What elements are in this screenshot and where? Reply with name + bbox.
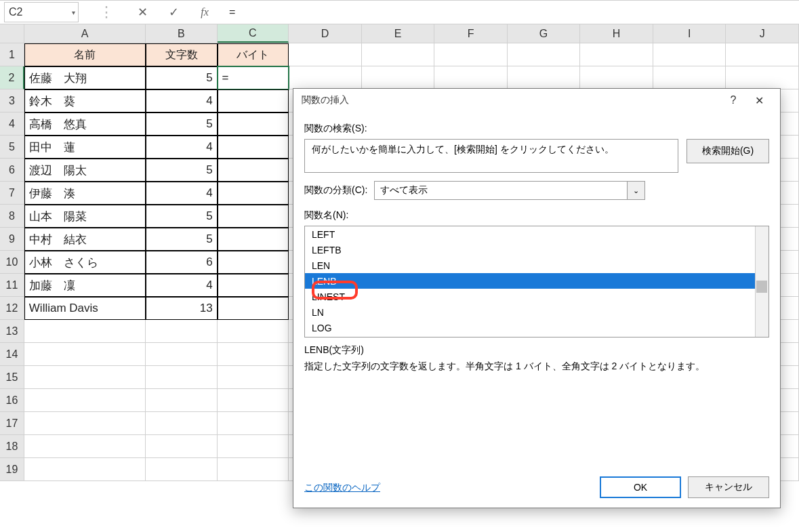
bytes-cell[interactable]: [218, 205, 289, 228]
row-header[interactable]: 14: [0, 343, 24, 366]
count-cell[interactable]: 5: [146, 205, 218, 228]
function-item[interactable]: LN: [305, 304, 769, 320]
column-header-H[interactable]: H: [580, 24, 653, 43]
function-item[interactable]: LEN: [305, 258, 769, 273]
cell[interactable]: [24, 412, 146, 435]
bytes-cell[interactable]: [218, 297, 289, 320]
cell[interactable]: [218, 343, 289, 366]
cell[interactable]: [289, 43, 362, 66]
row-header[interactable]: 18: [0, 435, 24, 458]
cell[interactable]: [146, 366, 218, 389]
name-cell[interactable]: William Davis: [24, 297, 146, 320]
cell[interactable]: [362, 66, 435, 89]
cell[interactable]: [726, 43, 799, 66]
chevron-down-icon[interactable]: ⌄: [627, 182, 644, 199]
cancel-button[interactable]: キャンセル: [688, 476, 769, 498]
row-header[interactable]: 5: [0, 136, 24, 159]
accept-formula-icon[interactable]: ✓: [161, 2, 186, 22]
name-cell[interactable]: 中村 結衣: [24, 228, 146, 251]
row-header[interactable]: 8: [0, 205, 24, 228]
cell[interactable]: [24, 366, 146, 389]
function-help-link[interactable]: この関数のヘルプ: [304, 482, 380, 494]
cell[interactable]: [146, 435, 218, 458]
cell[interactable]: [580, 43, 653, 66]
name-cell[interactable]: 伊藤 湊: [24, 182, 146, 205]
name-cell[interactable]: 佐藤 大翔: [24, 66, 146, 89]
row-header[interactable]: 13: [0, 320, 24, 343]
header-cell[interactable]: バイト: [218, 43, 289, 66]
row-header[interactable]: 15: [0, 366, 24, 389]
bytes-cell[interactable]: [218, 274, 289, 297]
cancel-formula-icon[interactable]: ✕: [130, 2, 155, 22]
cell[interactable]: [24, 343, 146, 366]
row-header[interactable]: 3: [0, 89, 24, 112]
row-header[interactable]: 19: [0, 458, 24, 481]
name-cell[interactable]: 高橋 悠真: [24, 112, 146, 136]
row-header[interactable]: 6: [0, 159, 24, 182]
cell[interactable]: [726, 66, 799, 89]
row-header[interactable]: 12: [0, 297, 24, 320]
formula-input[interactable]: =: [229, 6, 799, 18]
count-cell[interactable]: 5: [146, 228, 218, 251]
row-header[interactable]: 17: [0, 412, 24, 435]
name-cell[interactable]: 渡辺 陽太: [24, 159, 146, 182]
count-cell[interactable]: 5: [146, 112, 218, 136]
function-item[interactable]: LEFT: [305, 226, 769, 242]
function-item[interactable]: LEFTB: [305, 242, 769, 258]
function-item[interactable]: LINEST: [305, 289, 769, 304]
cell[interactable]: [24, 458, 146, 481]
cell[interactable]: [434, 43, 508, 66]
row-header[interactable]: 11: [0, 274, 24, 297]
name-cell[interactable]: 加藤 凜: [24, 274, 146, 297]
cell[interactable]: [218, 435, 289, 458]
bytes-cell[interactable]: [218, 159, 289, 182]
cell[interactable]: [218, 320, 289, 343]
count-cell[interactable]: 4: [146, 136, 218, 159]
column-header-A[interactable]: A: [24, 24, 146, 43]
close-icon[interactable]: ✕: [746, 91, 772, 110]
scrollbar-thumb[interactable]: [756, 281, 767, 293]
name-cell[interactable]: 小林 さくら: [24, 251, 146, 274]
name-cell[interactable]: 田中 蓮: [24, 136, 146, 159]
count-cell[interactable]: 6: [146, 251, 218, 274]
cell[interactable]: [218, 366, 289, 389]
search-go-button[interactable]: 検索開始(G): [687, 139, 769, 163]
fx-icon[interactable]: fx: [192, 2, 217, 22]
count-cell[interactable]: 5: [146, 66, 218, 89]
function-item[interactable]: LOG: [305, 320, 769, 335]
bytes-cell[interactable]: [218, 136, 289, 159]
name-cell[interactable]: 鈴木 葵: [24, 89, 146, 112]
cell[interactable]: [146, 389, 218, 412]
header-cell[interactable]: 名前: [24, 43, 146, 66]
bytes-cell[interactable]: [218, 228, 289, 251]
cell[interactable]: [24, 389, 146, 412]
cell[interactable]: [146, 412, 218, 435]
column-header-C[interactable]: C: [218, 24, 289, 43]
cell[interactable]: [218, 389, 289, 412]
row-header[interactable]: 4: [0, 112, 24, 136]
cell[interactable]: [146, 458, 218, 481]
count-cell[interactable]: 5: [146, 159, 218, 182]
cell[interactable]: [146, 320, 218, 343]
cell[interactable]: [434, 66, 508, 89]
cell[interactable]: [653, 66, 726, 89]
function-listbox[interactable]: LEFTLEFTBLENLENBLINESTLNLOG: [304, 226, 769, 337]
row-header[interactable]: 16: [0, 389, 24, 412]
help-icon[interactable]: ?: [720, 91, 746, 110]
cell[interactable]: [146, 343, 218, 366]
bytes-cell[interactable]: [218, 112, 289, 136]
bytes-cell[interactable]: [218, 182, 289, 205]
name-cell[interactable]: 山本 陽菜: [24, 205, 146, 228]
cell[interactable]: [362, 43, 435, 66]
column-header-J[interactable]: J: [726, 24, 799, 43]
cell[interactable]: [24, 435, 146, 458]
cell[interactable]: [218, 412, 289, 435]
cell[interactable]: [289, 66, 362, 89]
bytes-cell[interactable]: [218, 251, 289, 274]
chevron-down-icon[interactable]: ▾: [72, 9, 75, 16]
cell[interactable]: [580, 66, 653, 89]
column-header-G[interactable]: G: [508, 24, 581, 43]
scrollbar[interactable]: [755, 226, 769, 337]
cell[interactable]: [653, 43, 726, 66]
ok-button[interactable]: OK: [600, 476, 681, 498]
